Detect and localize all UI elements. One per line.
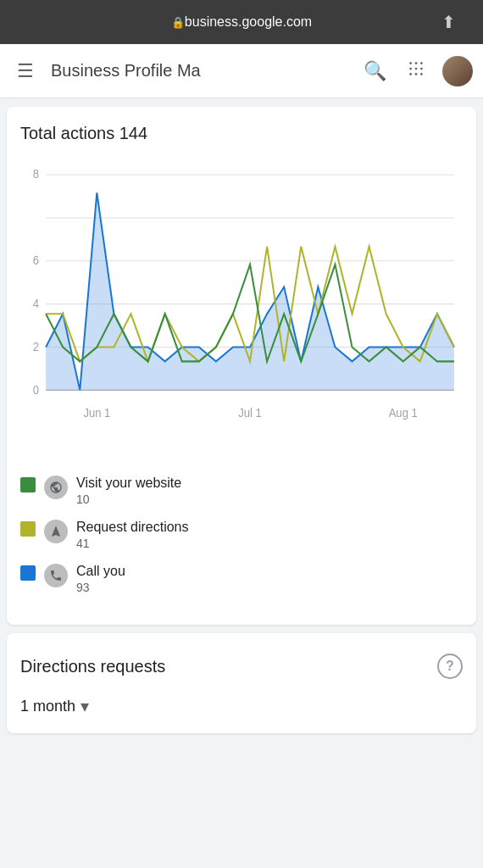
directions-label: Request directions bbox=[76, 520, 189, 535]
top-nav: ☰ Business Profile Ma 🔍 bbox=[0, 44, 483, 98]
help-icon[interactable]: ? bbox=[437, 654, 463, 679]
website-color-box bbox=[20, 477, 36, 492]
svg-point-7 bbox=[415, 73, 418, 75]
svg-point-6 bbox=[409, 73, 412, 75]
share-icon[interactable]: ⬆ bbox=[441, 12, 456, 32]
chart-svg: 8 6 4 2 0 Jun 1 Jul 1 Aug 1 bbox=[20, 157, 463, 462]
phone-icon bbox=[44, 564, 68, 587]
call-label: Call you bbox=[76, 564, 125, 579]
svg-text:Jun 1: Jun 1 bbox=[83, 407, 110, 420]
svg-text:2: 2 bbox=[33, 340, 39, 353]
svg-text:8: 8 bbox=[33, 168, 39, 181]
lock-icon: 🔒 bbox=[171, 16, 185, 29]
svg-text:0: 0 bbox=[33, 383, 39, 396]
total-actions-card: Total actions 144 8 6 4 2 0 bbox=[7, 107, 476, 625]
legend-item-website: Visit your website 10 bbox=[20, 476, 463, 506]
svg-text:4: 4 bbox=[33, 298, 40, 310]
avatar[interactable] bbox=[442, 56, 473, 86]
directions-color-box bbox=[20, 521, 36, 537]
menu-icon[interactable]: ☰ bbox=[10, 53, 41, 89]
website-text: Visit your website 10 bbox=[76, 476, 181, 506]
call-text: Call you 93 bbox=[76, 564, 125, 594]
directions-icon bbox=[44, 520, 68, 543]
svg-point-4 bbox=[415, 67, 418, 70]
chart-container: 8 6 4 2 0 Jun 1 Jul 1 Aug 1 bbox=[20, 157, 463, 462]
period-selector[interactable]: 1 month ▾ bbox=[20, 696, 463, 716]
chevron-down-icon: ▾ bbox=[80, 696, 89, 716]
chart-legend: Visit your website 10 Request directions… bbox=[20, 476, 463, 594]
directions-card: Directions requests ? 1 month ▾ bbox=[7, 633, 476, 733]
card-title: Total actions 144 bbox=[20, 124, 463, 143]
svg-point-5 bbox=[420, 67, 423, 70]
legend-item-call: Call you 93 bbox=[20, 564, 463, 594]
main-content: Total actions 144 8 6 4 2 0 bbox=[0, 107, 483, 733]
globe-icon bbox=[44, 476, 68, 499]
url-text[interactable]: business.google.com bbox=[185, 14, 312, 30]
directions-title: Directions requests bbox=[20, 657, 165, 676]
svg-text:6: 6 bbox=[33, 254, 39, 267]
directions-text: Request directions 41 bbox=[76, 520, 189, 550]
website-label: Visit your website bbox=[76, 476, 181, 491]
svg-point-3 bbox=[409, 67, 412, 70]
svg-text:Jul 1: Jul 1 bbox=[238, 407, 262, 420]
svg-point-8 bbox=[420, 73, 423, 75]
browser-bar: 🔒 business.google.com ⬆ bbox=[0, 0, 483, 44]
search-icon[interactable]: 🔍 bbox=[357, 53, 393, 89]
legend-item-directions: Request directions 41 bbox=[20, 520, 463, 550]
svg-point-1 bbox=[415, 62, 418, 64]
svg-point-0 bbox=[409, 62, 412, 64]
svg-text:Aug 1: Aug 1 bbox=[389, 407, 418, 420]
grid-icon[interactable] bbox=[400, 53, 432, 90]
page-title: Business Profile Ma bbox=[51, 61, 350, 81]
website-value: 10 bbox=[76, 492, 181, 506]
period-label: 1 month bbox=[20, 698, 75, 715]
svg-point-2 bbox=[420, 62, 423, 64]
directions-value: 41 bbox=[76, 537, 189, 550]
call-value: 93 bbox=[76, 581, 125, 594]
directions-header: Directions requests ? bbox=[20, 654, 463, 679]
call-color-box bbox=[20, 565, 36, 581]
